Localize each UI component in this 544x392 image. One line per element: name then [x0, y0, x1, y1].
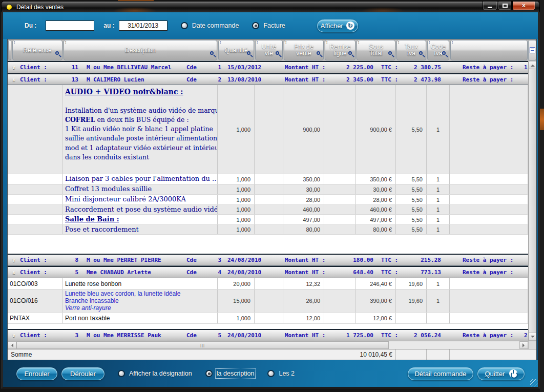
derouler-button[interactable]: Dérouler [61, 367, 104, 380]
close-icon: × [522, 2, 526, 9]
search-icon[interactable] [419, 51, 423, 55]
client-label: Client : [20, 76, 51, 83]
scroll-right-button[interactable] [519, 341, 528, 349]
radio-unselected-icon[interactable] [267, 370, 275, 377]
search-icon[interactable] [55, 51, 59, 55]
title-bar[interactable]: Détail des ventes × [1, 1, 540, 12]
filter-radio-date-commande[interactable]: Date commande [181, 22, 239, 29]
chevron-up-icon[interactable]: ∧ [8, 270, 20, 275]
description-line: Lunette bleu avec cordon, la lunette idé… [65, 290, 215, 297]
vertical-scroll-thumb[interactable] [529, 69, 536, 333]
item-row[interactable]: 01CO/016Lunette bleu avec cordon, la lun… [8, 290, 528, 313]
chevron-down-icon[interactable]: ∨ [8, 333, 20, 338]
horizontal-scroll-thumb[interactable]: ||| [16, 341, 389, 349]
column-header-code[interactable]: ↕Code tva [427, 40, 449, 60]
client-group-row[interactable]: ∨Client :3M ou Mme MERRISSE PaukCde524/0… [8, 329, 528, 341]
derouler-label: Dérouler [70, 370, 96, 378]
client-group-row[interactable]: ∨Client :11M ou Mme BELLIVEAU MarcelCde1… [8, 61, 528, 73]
horizontal-scrollbar[interactable]: ||| [8, 341, 536, 349]
item-row[interactable]: Coffret 13 modules saillie1,00030,0030,0… [8, 184, 528, 195]
search-icon[interactable] [210, 51, 214, 55]
footer-radio-la-description[interactable]: la description [205, 370, 255, 377]
search-icon[interactable] [317, 51, 320, 55]
radio-selected-icon[interactable] [205, 370, 213, 377]
column-header-r-f-rence[interactable]: ↕Référence [12, 40, 62, 60]
client-group-row[interactable]: ∧Client :13M CALIMERO LucienCde213/08/20… [8, 73, 528, 85]
description-line: Installation d'un système audio vidéo de… [65, 106, 215, 115]
filter-radio-facture[interactable]: Facture [252, 22, 285, 29]
item-row[interactable]: Raccordement et pose du système audio vi… [8, 205, 528, 215]
resize-grip[interactable] [530, 379, 537, 386]
maximize-button[interactable] [498, 2, 512, 10]
footer-radio-les-2[interactable]: Les 2 [267, 370, 295, 377]
column-header-quantit[interactable]: ↕Quantité [218, 40, 254, 60]
item-row[interactable]: AUDIO + VIDEO noir&blanc : Installation … [8, 85, 528, 174]
search-icon[interactable] [276, 51, 279, 55]
column-header-blank[interactable]: ↕ [450, 40, 528, 60]
close-button[interactable]: × [512, 2, 535, 10]
export-grid-button[interactable] [528, 40, 536, 60]
item-row[interactable]: PNTAXPort non taxable1,00012,0012,00 € [8, 313, 528, 324]
search-icon[interactable] [348, 51, 352, 55]
column-header-description[interactable]: ↕Description [64, 40, 217, 60]
radio-label: Les 2 [279, 370, 295, 377]
footer-radio-afficher-la-d-signation[interactable]: Afficher la désignation [118, 370, 192, 377]
chevron-down-icon[interactable]: ∨ [8, 257, 20, 263]
client-group-row[interactable]: ∧Client :5Mme CHABAUD ArletteCde424/08/2… [8, 266, 528, 278]
horizontal-scroll-track[interactable] [389, 341, 519, 349]
minimize-button[interactable] [483, 2, 497, 10]
chevron-down-icon[interactable]: ∨ [8, 65, 20, 70]
scroll-down-button[interactable] [529, 333, 536, 341]
cell-vat-code: 1 [427, 278, 450, 289]
enrouler-button[interactable]: Enrouler [16, 367, 57, 380]
radio-selected-icon[interactable] [252, 22, 259, 29]
scroll-up-button[interactable] [529, 61, 536, 69]
filler-row [8, 235, 528, 254]
item-row[interactable]: Liaison par 3 cables pour l'alimentation… [8, 174, 528, 184]
item-row[interactable]: Salle de Bain :1,000497,00497,00 €5,501 [8, 215, 528, 225]
vertical-scrollbar[interactable] [528, 61, 536, 341]
sort-icon: ↕ [397, 40, 400, 45]
scroll-left-button[interactable] [8, 341, 16, 349]
column-header-unit[interactable]: ↕Unité vte [255, 40, 283, 60]
search-icon[interactable] [388, 51, 392, 55]
quitter-button[interactable]: Quitter [477, 367, 525, 380]
du-input[interactable] [46, 20, 94, 31]
client-group-row[interactable]: ∨Client :8M ou Mme PERRET PIERRECde324/0… [8, 254, 528, 266]
radio-unselected-icon[interactable] [118, 370, 125, 377]
item-row[interactable]: Mini disjoncteur calibré 2A/3000KA1,0002… [8, 195, 528, 205]
item-row[interactable]: Pose et raccordement1,00080,0080,00 €5,5… [8, 225, 528, 235]
cde-label: Cde [186, 64, 205, 71]
sum-row: Somme 10 010,45 € [8, 349, 536, 360]
detail-commande-button[interactable]: Détail commande [408, 367, 473, 380]
chevron-up-icon[interactable]: ∧ [8, 77, 20, 82]
cell-extra [450, 174, 528, 184]
column-header-taux[interactable]: ↕Taux tva [396, 40, 426, 60]
search-icon[interactable] [442, 51, 446, 55]
order-date: 24/08/2010 [227, 332, 269, 339]
radio-unselected-icon[interactable] [181, 22, 188, 29]
cde-number: 4 [205, 269, 221, 276]
cell-unit [255, 195, 283, 204]
cell-description: Lunette rose bonbon [63, 278, 218, 289]
afficher-button[interactable]: Afficher ↻ [317, 19, 358, 32]
item-row[interactable]: 01CO/003Lunette rose bonbon20,00012,3224… [8, 278, 528, 290]
column-header-blank[interactable] [8, 40, 11, 60]
cell-description: Salle de Bain : [63, 215, 218, 224]
cell-subtotal: 497,00 € [356, 215, 396, 224]
detail-des-ventes-window: Détail des ventes × Du : au : Date comma… [1, 1, 540, 389]
column-header-prix-de[interactable]: ↕Prix de vente [284, 40, 324, 60]
sort-icon: ↕ [13, 40, 15, 45]
cell-quantity: 1,000 [218, 195, 255, 204]
cell-price: 900,00 [283, 85, 324, 174]
column-header-remise[interactable]: ↕Remise ligne [325, 40, 355, 60]
cell-vat-code: 1 [427, 184, 450, 194]
cell-unit [255, 278, 283, 289]
cell-vat-code: 1 [427, 205, 450, 214]
search-icon[interactable] [247, 51, 250, 55]
cell-subtotal: 390,00 € [356, 290, 396, 312]
desktop-right-sliver [540, 0, 544, 392]
app-icon [7, 5, 12, 10]
au-input[interactable] [119, 20, 168, 31]
column-header-sous[interactable]: ↕Sous Total [357, 40, 395, 60]
